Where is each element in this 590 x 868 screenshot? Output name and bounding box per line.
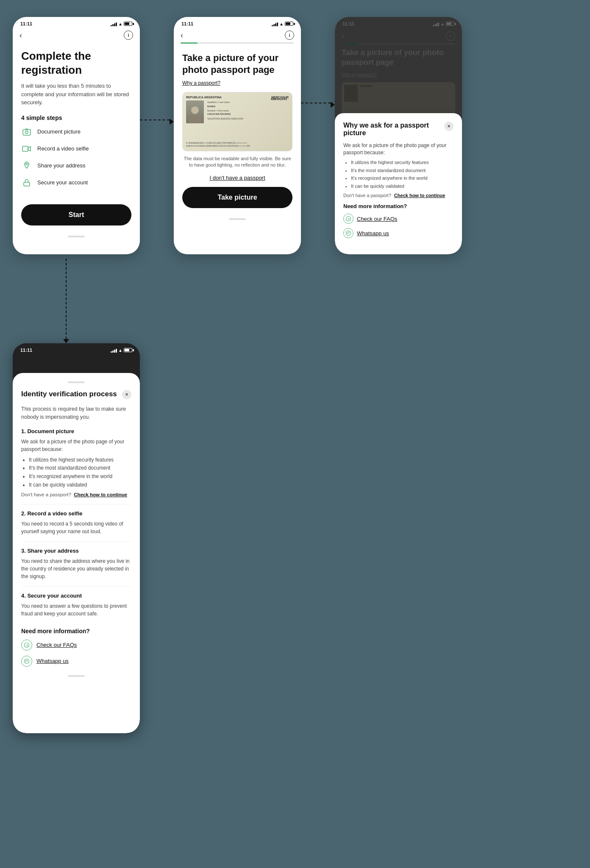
location-icon: [21, 160, 32, 171]
phone-2: 11:11 ▲ ‹ i Take a picture of your photo…: [174, 17, 301, 254]
info-button[interactable]: i: [124, 31, 133, 40]
status-time-2: 11:11: [181, 21, 193, 26]
battery-icon-2: [285, 22, 293, 26]
section-4-subdesc: You need to answer a few questions to pr…: [21, 602, 131, 618]
modal-more-info-title: Need more information?: [343, 203, 454, 209]
home-indicator-bottom: [68, 675, 85, 677]
bottom-modal-close-button[interactable]: ×: [122, 390, 131, 399]
section-1-bullets: It utilizes the highest security feature…: [21, 456, 131, 489]
no-passport-link[interactable]: I don't have a passport: [182, 175, 292, 181]
modal-bullets: It utilizes the highest security feature…: [343, 159, 454, 189]
step-document: Document picture: [21, 126, 131, 137]
status-time-1: 11:11: [20, 21, 32, 26]
status-bar-1: 11:11 ▲: [13, 17, 140, 28]
wifi-icon: ▲: [118, 22, 122, 26]
passport-lastname: BARES: [207, 105, 289, 108]
more-info-title: Need more information?: [21, 628, 131, 634]
bottom-status-bar: 11:11 ▲: [13, 343, 140, 354]
signal-icon-bottom: [111, 348, 117, 353]
modal-close-button[interactable]: ×: [444, 122, 454, 131]
progress-fill-2: [181, 42, 198, 44]
section-1-no-passport: Don't have a passport? Check how to cont…: [21, 492, 131, 497]
section-secure: 4. Secure your account You need to answe…: [21, 593, 131, 618]
section-3-subdesc: You need to share the address where you …: [21, 557, 131, 580]
section-video: 2. Record a video selfie You need to rec…: [21, 510, 131, 535]
modal-no-passport-row: Don't have a passport? Check how to cont…: [343, 193, 454, 198]
svg-point-3: [26, 163, 28, 165]
vertical-arrow: [66, 259, 67, 343]
check-how-link-bottom[interactable]: Check how to continue: [74, 492, 127, 497]
modal-handle: [68, 381, 85, 383]
wifi-icon-2: ▲: [279, 22, 284, 26]
modal-title: Why we ask for a passport picture: [343, 122, 444, 137]
bullet-1: It utilizes the highest security feature…: [351, 159, 454, 166]
faqs-icon: ?: [343, 214, 353, 224]
faqs-link[interactable]: Check our FAQs: [357, 216, 397, 222]
passport-photo: [186, 100, 204, 123]
battery-icon-bottom: [124, 348, 132, 352]
start-button[interactable]: Start: [21, 204, 131, 225]
modal-whatsapp-row: Whatsapp us: [343, 228, 454, 238]
step-video-label: Record a video selfie: [37, 145, 89, 152]
phone1-description: It will take you less than 5 minutes to …: [21, 82, 131, 107]
bottom-status-icons: ▲: [111, 348, 132, 353]
passport-country-2: REPUBLICA ARGENTINA: [186, 96, 222, 99]
arrow-1-2: [140, 17, 174, 254]
step-video: Record a video selfie: [21, 143, 131, 154]
phone-3: 11:11 ▲ ‹ i Take a picture of your photo…: [335, 17, 462, 254]
section-2-heading: 2. Record a video selfie: [21, 510, 131, 517]
bottom-section: 11:11 ▲ Identity verification process ×: [0, 343, 590, 750]
faqs-link-bottom[interactable]: Check our FAQs: [36, 642, 77, 648]
modal-description: We ask for a picture of the photo page o…: [343, 142, 454, 156]
home-indicator-2: [229, 218, 246, 220]
whatsapp-action-icon: [21, 656, 32, 667]
home-indicator: [68, 236, 85, 237]
why-passport-link-2[interactable]: Why a passport?: [182, 80, 220, 86]
svg-rect-2: [22, 146, 28, 151]
svg-text:?: ?: [26, 643, 28, 647]
bottom-modal-title: Identity verification process: [21, 390, 117, 398]
whatsapp-link-3[interactable]: Whatsapp us: [357, 230, 389, 236]
s1-bullet-2: It's the most standardized document: [29, 465, 131, 472]
svg-point-1: [25, 131, 28, 134]
divider-3: [21, 586, 131, 587]
step-secure-label: Secure your account: [37, 179, 88, 186]
section-address: 3. Share your address You need to share …: [21, 548, 131, 580]
faqs-action-icon: ?: [21, 640, 32, 651]
video-icon: [21, 143, 32, 154]
back-button-2[interactable]: ‹: [181, 31, 183, 40]
modal-header: Why we ask for a passport picture ×: [343, 122, 454, 137]
section-3-heading: 3. Share your address: [21, 548, 131, 554]
phone3-modal-sheet: Why we ask for a passport picture × We a…: [335, 113, 462, 254]
progress-bar-2: [181, 42, 294, 44]
passport-number-2: AAB342243: [271, 97, 287, 101]
phone2-nav: ‹ i: [174, 28, 301, 42]
passport-address: VALENTINA BUENOS AIRES ARG: [207, 117, 289, 121]
back-button[interactable]: ‹: [19, 31, 22, 40]
passport-mrz1: P<ARGBANXXDS<<CARLOS<WALTER<MARIO<<<<<<<…: [186, 142, 289, 147]
section-1-subdesc: We ask for a picture of the photo page o…: [21, 438, 131, 453]
phone1-nav: ‹ i: [13, 28, 140, 42]
phone-1: 11:11 ▲ ‹ i Complete the registration: [13, 17, 140, 254]
bottom-status-time: 11:11: [20, 348, 32, 353]
check-how-link[interactable]: Check how to continue: [394, 193, 445, 198]
arrow-2-3: [301, 17, 335, 254]
section-document: 1. Document picture We ask for a picture…: [21, 428, 131, 497]
take-picture-button[interactable]: Take picture: [182, 187, 292, 208]
passport-fields: Apellidos / Last name: BARES Nombre / Fi…: [207, 100, 289, 140]
signal-icon: [111, 22, 117, 26]
whatsapp-link-bottom[interactable]: Whatsapp us: [36, 658, 69, 664]
phone1-title: Complete the registration: [21, 49, 131, 77]
phone3-modal-area: Why we ask for a passport picture × We a…: [335, 17, 462, 254]
info-button-2[interactable]: i: [285, 31, 294, 40]
step-secure: Secure your account: [21, 177, 131, 188]
bottom-home-indicator-area: [21, 675, 131, 677]
section-1-heading: 1. Document picture: [21, 428, 131, 434]
svg-text:?: ?: [348, 217, 350, 221]
lock-icon: [21, 177, 32, 188]
divider-2: [21, 541, 131, 542]
phone2-title: Take a picture of your photo passport pa…: [182, 52, 292, 75]
bottom-phone: 11:11 ▲ Identity verification process ×: [13, 343, 140, 733]
battery-icon: [124, 22, 132, 26]
bullet-3: It's recognized anywhere in the world: [351, 175, 454, 181]
